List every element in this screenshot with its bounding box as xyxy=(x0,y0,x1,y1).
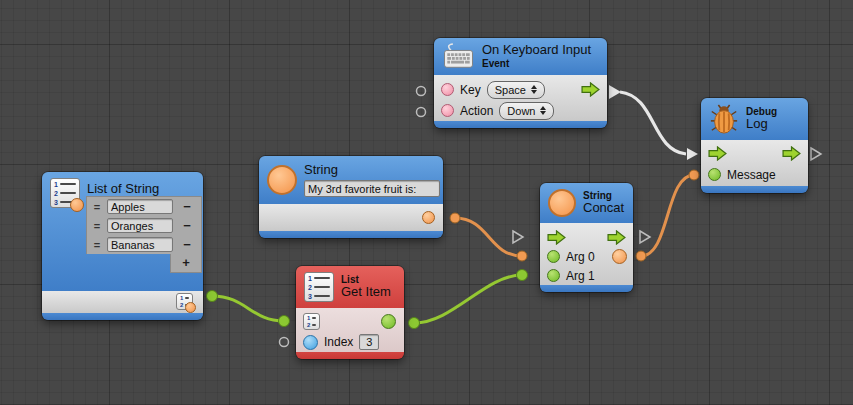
list-icon: 1 2 3 xyxy=(304,272,334,302)
node-subtitle: Event xyxy=(482,58,591,70)
node-concat[interactable]: String Concat Arg 0 Arg 1 xyxy=(540,183,633,292)
string-output-port[interactable] xyxy=(422,211,435,224)
ghost-flow-in-concat[interactable] xyxy=(513,231,523,243)
wire-getitem-to-concat-arg1[interactable] xyxy=(409,270,528,329)
arg1-port[interactable] xyxy=(547,269,560,282)
drag-handle[interactable]: = xyxy=(90,220,104,232)
string-type-icon xyxy=(548,189,576,217)
flow-output-port[interactable] xyxy=(581,82,600,97)
index-port[interactable] xyxy=(303,335,318,350)
node-title: String xyxy=(304,163,440,178)
node-title: On Keyboard Input xyxy=(482,43,591,58)
unconnected-port-action[interactable] xyxy=(417,108,426,117)
ghost-flow-out-log[interactable] xyxy=(811,148,821,160)
node-title: Concat xyxy=(583,201,624,216)
node-footer xyxy=(434,121,607,128)
graph-canvas[interactable]: On Keyboard Input Event Key Space Action xyxy=(0,0,853,405)
arg0-port[interactable] xyxy=(547,250,560,263)
string-value-input[interactable] xyxy=(304,180,440,197)
wire-string-to-concat-arg0[interactable] xyxy=(450,213,527,261)
node-title: Get Item xyxy=(341,285,391,300)
list-input-port[interactable]: 1 2 xyxy=(303,313,320,330)
message-port[interactable] xyxy=(708,168,721,181)
action-dropdown[interactable]: Down xyxy=(499,102,554,120)
list-item-input[interactable] xyxy=(107,199,173,214)
remove-item-button[interactable]: − xyxy=(176,218,198,234)
action-dropdown-value: Down xyxy=(507,105,535,117)
key-dropdown[interactable]: Space xyxy=(487,81,545,99)
list-editor: = − = − = − xyxy=(86,196,202,273)
item-output-port[interactable] xyxy=(381,314,396,329)
list-item-row: = − xyxy=(87,235,201,254)
key-dropdown-value: Space xyxy=(495,84,526,96)
list-output-port[interactable]: 1 2 xyxy=(176,293,193,310)
remove-item-button[interactable]: − xyxy=(176,237,198,253)
remove-item-button[interactable]: − xyxy=(176,199,198,215)
key-label: Key xyxy=(460,83,481,97)
node-title: List of String xyxy=(87,181,159,196)
string-type-icon xyxy=(267,165,297,195)
node-on-keyboard-input[interactable]: On Keyboard Input Event Key Space Action xyxy=(434,38,607,128)
list-item-row: = − xyxy=(87,197,201,216)
arg1-label: Arg 1 xyxy=(566,269,595,283)
list-item-input[interactable] xyxy=(107,218,173,233)
message-label: Message xyxy=(727,168,776,182)
list-icon: 1 2 3 xyxy=(50,178,80,208)
node-title: Log xyxy=(746,117,777,132)
key-port[interactable] xyxy=(441,83,454,96)
dropdown-arrows-icon xyxy=(540,106,546,115)
arg0-label: Arg 0 xyxy=(566,250,595,264)
action-label: Action xyxy=(460,104,493,118)
keyboard-icon xyxy=(442,43,475,71)
index-input[interactable] xyxy=(359,334,379,350)
node-footer xyxy=(540,285,633,292)
wire-concat-to-message[interactable] xyxy=(636,170,699,261)
drag-handle[interactable]: = xyxy=(90,239,104,251)
flow-output-port[interactable] xyxy=(607,230,626,245)
node-get-item[interactable]: 1 2 3 List Get Item 1 2 Index xyxy=(296,266,404,359)
wire-keyboard-to-log[interactable] xyxy=(609,85,698,160)
string-type-badge xyxy=(70,198,84,212)
flow-input-port[interactable] xyxy=(547,230,566,245)
list-item-input[interactable] xyxy=(107,237,173,252)
add-item-button[interactable]: + xyxy=(170,254,202,273)
index-label: Index xyxy=(324,335,353,349)
node-debug-log[interactable]: Debug Log Message xyxy=(701,98,808,193)
result-output-port[interactable] xyxy=(612,249,627,264)
node-string-literal[interactable]: String xyxy=(259,156,443,238)
node-list-of-string[interactable]: 1 2 3 List of String = − = − xyxy=(42,172,203,320)
node-footer xyxy=(42,313,203,320)
ghost-flow-out-concat[interactable] xyxy=(640,231,650,243)
unconnected-port-index[interactable] xyxy=(280,338,289,347)
node-footer xyxy=(701,186,808,193)
string-type-badge xyxy=(185,302,196,313)
node-footer xyxy=(259,231,443,238)
wire-list-to-getitem[interactable] xyxy=(207,291,290,327)
bug-icon xyxy=(709,103,739,135)
node-footer xyxy=(296,352,404,359)
drag-handle[interactable]: = xyxy=(90,201,104,213)
unconnected-port-key[interactable] xyxy=(417,87,426,96)
list-item-row: = − xyxy=(87,216,201,235)
action-port[interactable] xyxy=(441,104,454,117)
flow-input-port[interactable] xyxy=(708,146,727,161)
flow-output-port[interactable] xyxy=(782,146,801,161)
dropdown-arrows-icon xyxy=(531,85,537,94)
